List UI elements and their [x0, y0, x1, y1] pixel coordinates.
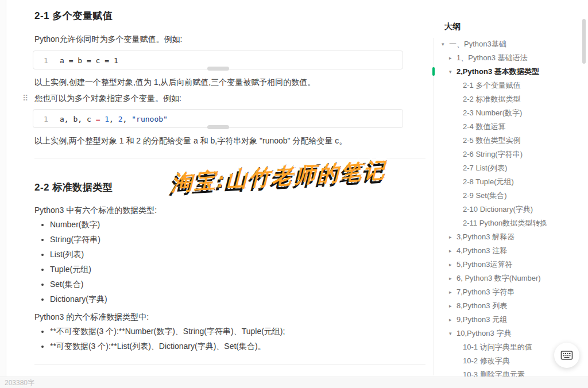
- code-text: a, b, c = 1, 2, "runoob": [60, 110, 168, 127]
- outline-tree: ▾一、Python3基础 ▸1、Python3 基础语法 ▾2,Python3 …: [434, 37, 585, 382]
- chevron-right-icon[interactable]: ▸: [449, 248, 457, 254]
- outline-item-2-3[interactable]: 2-3 Number(数字): [434, 106, 585, 120]
- list-item: **不可变数据(3 个):**Number(数字)、String(字符串)、Tu…: [50, 324, 285, 339]
- outline-item-8[interactable]: ▸8,Python3 列表: [434, 299, 585, 313]
- paragraph: 以上实例,两个整型对象 1 和 2 的分配给变量 a 和 b,字符串对象 "ru…: [34, 135, 347, 146]
- chevron-down-icon[interactable]: ▾: [449, 331, 457, 336]
- word-count: 203380字: [5, 378, 34, 388]
- document-canvas: 2-1 多个变量赋值 Python允许你同时为多个变量赋值。例如: 1 a = …: [6, 0, 434, 377]
- outline-item-2-10[interactable]: 2-10 Dictionary(字典): [434, 203, 585, 216]
- list-item: List(列表): [50, 247, 107, 262]
- outline-item-2-5[interactable]: 2-5 数值类型实例: [434, 134, 585, 148]
- paragraph: 以上实例,创建一个整型对象,值为 1,从后向前赋值,三个变量被赋予相同的数值。: [34, 76, 315, 88]
- outline-item-5[interactable]: ▸5,Python3运算符: [434, 258, 585, 271]
- chevron-down-icon[interactable]: ▾: [442, 41, 449, 47]
- code-line-number: 1: [44, 51, 60, 69]
- outline-item-6[interactable]: ▸6, Python3 数字(Number): [434, 271, 585, 285]
- chevron-right-icon[interactable]: ▸: [449, 234, 457, 240]
- list-item: Dictionary(字典): [50, 292, 107, 306]
- outline-item-7[interactable]: ▸7,Python3 字符串: [434, 285, 585, 299]
- outline-item-2-11[interactable]: 2-11 Python数据类型转换: [434, 216, 585, 230]
- chevron-right-icon[interactable]: ▸: [449, 289, 457, 295]
- outline-item-python3-basics[interactable]: ▾一、Python3基础: [434, 37, 585, 51]
- sidebar-scrollbar-thumb[interactable]: [582, 19, 586, 64]
- outline-item-1[interactable]: ▸1、Python3 基础语法: [434, 51, 585, 65]
- section-heading-2-1: 2-1 多个变量赋值: [34, 9, 113, 22]
- paragraph: Python允许你同时为多个变量赋值。例如:: [34, 33, 182, 45]
- code-line-number: 1: [44, 110, 60, 127]
- outline-title: 大纲: [444, 22, 461, 32]
- horizontal-divider: [34, 364, 425, 364]
- taobao-watermark: 淘宝:山竹老师的笔记: [171, 156, 386, 197]
- block-drag-handle-icon[interactable]: ⠿: [22, 92, 28, 104]
- chevron-right-icon[interactable]: ▸: [449, 276, 457, 281]
- outline-item-2-6[interactable]: 2-6 String(字符串): [434, 148, 585, 161]
- outline-item-2-1[interactable]: 2-1 多个变量赋值: [434, 79, 585, 92]
- outline-item-2-9[interactable]: 2-9 Set(集合): [434, 189, 585, 203]
- list-item: Set(集合): [50, 277, 107, 292]
- outline-item-2-8[interactable]: 2-8 Tuple(元组): [434, 175, 585, 189]
- status-bar: 203380字: [0, 377, 588, 388]
- list-item: Number(数字): [50, 217, 107, 232]
- paragraph: 您也可以为多个对象指定多个变量。例如:: [34, 92, 181, 104]
- collapsed-left-panel[interactable]: [0, 0, 6, 377]
- chevron-down-icon[interactable]: ▾: [449, 69, 457, 75]
- outline-item-2-selected[interactable]: ▾2,Python3 基本数据类型: [434, 65, 585, 79]
- outline-item-2-2[interactable]: 2-2 标准数据类型: [434, 92, 585, 106]
- paragraph: Python3 的六个标准数据类型中:: [34, 311, 149, 323]
- code-text: a = b = c = 1: [60, 51, 118, 69]
- mutability-list: **不可变数据(3 个):**Number(数字)、String(字符串)、Tu…: [34, 324, 285, 354]
- outline-item-4[interactable]: ▸4,Python3 注释: [434, 244, 585, 258]
- outline-item-3[interactable]: ▸3,Python3 解释器: [434, 230, 585, 244]
- chevron-right-icon[interactable]: ▸: [449, 317, 457, 323]
- keyboard-icon: [560, 350, 573, 360]
- chevron-right-icon[interactable]: ▸: [449, 55, 457, 61]
- list-item: String(字符串): [50, 232, 107, 247]
- section-heading-2-2: 2-2 标准数据类型: [34, 181, 113, 194]
- chevron-right-icon[interactable]: ▸: [449, 303, 457, 309]
- chevron-right-icon[interactable]: ▸: [449, 262, 457, 267]
- data-types-list: Number(数字) String(字符串) List(列表) Tuple(元组…: [34, 217, 107, 306]
- list-item: Tuple(元组): [50, 262, 107, 277]
- outline-item-2-4[interactable]: 2-4 数值运算: [434, 120, 585, 134]
- code-block-resize-handle[interactable]: [207, 125, 229, 129]
- outline-item-9[interactable]: ▸9,Python3 元组: [434, 313, 585, 327]
- code-block-resize-handle[interactable]: [207, 67, 229, 71]
- outline-item-2-7[interactable]: 2-7 List(列表): [434, 161, 585, 175]
- keyboard-shortcuts-button[interactable]: [554, 343, 579, 368]
- paragraph: Python3 中有六个标准的数据类型:: [34, 204, 157, 216]
- list-item: **可变数据(3 个):**List(列表)、Dictionary(字典)、Se…: [50, 339, 285, 354]
- outline-item-10[interactable]: ▾10,Python3 字典: [434, 327, 585, 340]
